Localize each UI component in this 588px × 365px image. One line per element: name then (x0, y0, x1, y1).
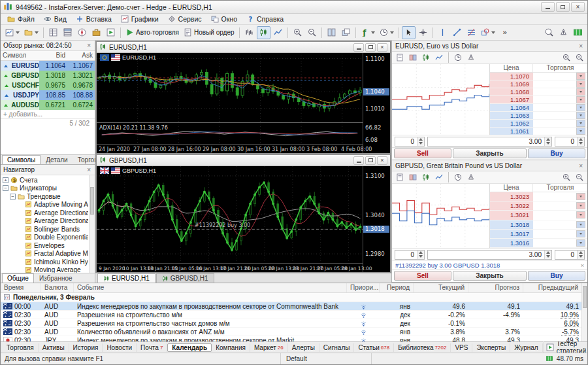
zoom-out-button[interactable] (574, 172, 585, 182)
market-watch-row-USDCHF[interactable]: USDCHF0.96750.9678 (1, 80, 95, 90)
market-watch-close-icon[interactable]: × (86, 42, 92, 49)
take-profit-spinner[interactable]: 0 (555, 250, 585, 260)
calendar-scrollbar[interactable] (581, 283, 587, 341)
line-chart-button[interactable] (433, 52, 445, 63)
position-row[interactable]: #11392292 buy 3.00 GBPUSD 1.3018× (392, 260, 587, 269)
cascade-windows-button[interactable] (339, 26, 353, 39)
trend-line-button[interactable] (450, 26, 464, 39)
chart-area-gbpusd[interactable]: GBPUSD,H1 #11392292 buy 3.001.31001.3040… (97, 166, 390, 272)
dom-close-icon[interactable]: × (578, 162, 584, 169)
cursor-button[interactable] (402, 26, 416, 39)
trade-dropdown[interactable] (576, 80, 585, 88)
trade-dropdown[interactable] (576, 88, 585, 96)
ladder-row[interactable]: 1.3017 (490, 230, 587, 239)
line-chart-button[interactable] (433, 172, 445, 182)
toolbox-tab-Почта[interactable]: Почта7 (137, 343, 167, 352)
spin-down-icon[interactable] (419, 142, 423, 145)
ladder-row[interactable]: 1.1062 (490, 120, 587, 128)
ladder-row[interactable]: 1.1070 (490, 73, 587, 80)
dom-depth-button[interactable] (407, 172, 419, 182)
toolbox-tab-Сигналы[interactable]: Сигналы (319, 343, 355, 352)
data-window-button[interactable] (61, 26, 74, 39)
toolbox-tab-Торговля[interactable]: Торговля (3, 343, 39, 352)
trade-dropdown[interactable] (576, 193, 585, 200)
ladder-row[interactable]: 1.1064 (490, 104, 587, 112)
ladder-row[interactable]: 1.1069 (490, 80, 587, 88)
calendar-column-Период[interactable]: Период (380, 283, 414, 292)
trade-dropdown[interactable] (576, 73, 585, 80)
ladder-row[interactable]: 1.1068 (490, 88, 587, 96)
toolbox-tab-Компания[interactable]: Компания (212, 343, 250, 352)
chart-tab-EURUSD,H1[interactable]: EURUSD,H1 (97, 273, 155, 283)
indicators-button[interactable]: ƒ (359, 26, 377, 39)
calendar-column-Предыдущий[interactable]: Предыдущий (523, 283, 582, 292)
menu-Справка[interactable]: ?Справка (242, 14, 288, 24)
tester-button[interactable] (104, 26, 118, 39)
dom-chart-area[interactable] (392, 184, 490, 248)
statusbar-profile[interactable]: Default (280, 353, 372, 364)
bars-chart-button[interactable] (242, 26, 256, 39)
ladder-row[interactable]: 1.1067 (490, 96, 587, 104)
menu-Вставка[interactable]: Вставка (71, 14, 116, 24)
new-order-button[interactable]: Новый ордер (182, 26, 237, 39)
take-profit-spinner[interactable]: 0 (555, 137, 585, 147)
trade-dropdown[interactable] (576, 211, 585, 218)
spin-up-icon[interactable] (546, 251, 550, 254)
fibonacci-button[interactable] (465, 26, 478, 39)
spin-down-icon[interactable] (579, 142, 583, 145)
menu-Файл[interactable]: Файл (3, 14, 39, 24)
scrollbar-thumb[interactable] (583, 286, 587, 308)
menu-Вид[interactable]: Вид (39, 14, 71, 24)
spin-down-icon[interactable] (419, 255, 423, 258)
navigator-item-Moving Average[interactable]: Moving Average (1, 266, 88, 273)
toolbox-tab-Активы[interactable]: Активы (39, 343, 69, 352)
chart-minimize-button[interactable] (353, 43, 364, 52)
minimize-button[interactable] (541, 2, 555, 12)
maximize-button[interactable] (556, 2, 570, 12)
navigator-tab-Избранное[interactable]: Избранное (35, 274, 77, 283)
calendar-column-Время[interactable]: Время (1, 283, 41, 292)
navigator-close-icon[interactable]: × (86, 166, 92, 173)
calendar-column-Валюта[interactable]: Валюта (41, 283, 74, 292)
trade-dropdown[interactable] (576, 128, 585, 135)
market-watch-tab-Символы[interactable]: Символы (2, 155, 41, 164)
menu-Графики[interactable]: Графики (116, 14, 163, 24)
trade-dropdown[interactable] (576, 112, 585, 119)
toolbox-tab-Новости[interactable]: Новости (103, 343, 137, 352)
connection-status-button[interactable] (571, 26, 585, 39)
position-close-icon[interactable]: × (580, 262, 584, 269)
calendar-row[interactable]: 02:30AUDРазрешения на строительство част… (1, 319, 587, 328)
navigator-item-Индикаторы[interactable]: −Индикаторы (1, 184, 88, 193)
close-position-button[interactable]: Закрыть (453, 148, 527, 158)
navigator-button[interactable] (75, 26, 89, 39)
chart-restore-button[interactable] (365, 156, 376, 165)
spin-up-icon[interactable] (419, 251, 423, 254)
calendar-column-Событие[interactable]: Событие (74, 283, 347, 292)
chart-close-button[interactable]: × (377, 43, 387, 52)
navigator-item-Average Directional Movement Index Wilder[interactable]: Average Directional Movement Index Wilde… (1, 217, 88, 226)
zoom-in-button[interactable] (291, 26, 304, 39)
navigator-item-Average Directional Movement Index[interactable]: Average Directional Movement Index (1, 209, 88, 217)
candles-chart-button[interactable] (420, 172, 432, 182)
spin-down-icon[interactable] (546, 142, 550, 145)
calendar-column-Прогноз[interactable]: Прогноз (468, 283, 523, 292)
alerts-button[interactable] (465, 52, 477, 63)
toolbox-tab-Журнал[interactable]: Журнал (510, 343, 543, 352)
toolbox-button[interactable] (90, 26, 103, 39)
dom-chart-area[interactable] (392, 64, 490, 135)
market-watch-tab-Детали[interactable]: Детали (41, 156, 72, 164)
toolbox-tab-Эксперты[interactable]: Эксперты (472, 343, 510, 352)
toolbox-tab-VPS[interactable]: VPS (451, 343, 472, 352)
calendar-column-Текущий[interactable]: Текущий (414, 283, 468, 292)
alerts-button[interactable] (465, 172, 477, 182)
close-position-button[interactable]: Закрыть (453, 271, 527, 281)
market-watch-row-GBPUSD[interactable]: GBPUSD1.30181.3021 (1, 71, 95, 80)
navigator-item-Envelopes[interactable]: Envelopes (1, 241, 88, 250)
trade-dropdown[interactable] (576, 202, 585, 209)
ladder-row[interactable]: 1.3021 (490, 211, 587, 220)
chart-minimize-button[interactable] (353, 156, 364, 165)
spin-up-icon[interactable] (546, 138, 550, 141)
navigator-scrollbar[interactable] (89, 175, 95, 273)
buy-button[interactable]: Buy (528, 271, 585, 281)
zoom-in-button[interactable] (561, 52, 572, 63)
